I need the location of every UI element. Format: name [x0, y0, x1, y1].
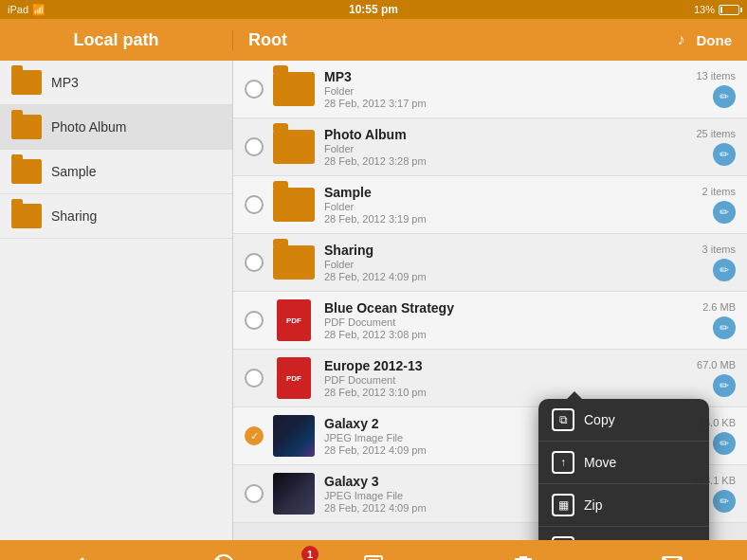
radio-galaxy2[interactable] — [245, 426, 264, 445]
radio-europe[interactable] — [245, 369, 264, 388]
file-name: Europe 2012-13 — [324, 358, 689, 373]
file-right: 67.0 MB ✏ — [697, 359, 736, 397]
status-right: 13% — [694, 4, 739, 15]
file-meta2: 28 Feb, 2012 3:10 pm — [324, 387, 689, 398]
sidebar-item-sharing[interactable]: Sharing — [0, 194, 232, 239]
context-open-in[interactable]: ↗ Open in — [538, 527, 709, 540]
file-name: Photo Album — [324, 127, 688, 142]
toolbar-sync-button[interactable] — [343, 546, 404, 561]
root-title: Root — [248, 30, 287, 50]
sidebar-item-photo-album[interactable]: Photo Album — [0, 105, 232, 150]
main-layout: MP3 Photo Album Sample Sharing MP3 Folde… — [0, 61, 747, 540]
sidebar-label: Photo Album — [51, 119, 126, 135]
file-info: Photo Album Folder 28 Feb, 2012 3:28 pm — [324, 127, 688, 167]
image-thumbnail-galaxy3 — [273, 473, 315, 515]
file-name: MP3 — [324, 69, 688, 84]
pdf-icon: PDF — [277, 357, 311, 399]
header-right-panel: Root ♪ Done — [233, 30, 747, 50]
file-info: Sharing Folder 28 Feb, 2012 4:09 pm — [324, 243, 695, 282]
folder-icon — [11, 204, 42, 228]
status-left: iPad 📶 — [8, 4, 46, 16]
sidebar-item-sample[interactable]: Sample — [0, 150, 232, 194]
context-zip[interactable]: ▦ Zip — [538, 484, 709, 527]
toolbar-stop-button[interactable] — [193, 546, 254, 561]
image-thumbnail-galaxy2 — [273, 415, 315, 457]
folder-icon-large — [273, 72, 315, 106]
edit-button[interactable]: ✏ — [713, 85, 736, 108]
pdf-icon: PDF — [277, 299, 311, 341]
carrier-label: iPad — [8, 4, 28, 15]
file-item-sharing[interactable]: Sharing Folder 28 Feb, 2012 4:09 pm 3 it… — [233, 234, 747, 292]
toolbar-mail-button[interactable] — [642, 546, 702, 561]
zip-icon: ▦ — [552, 494, 574, 516]
edit-button[interactable]: ✏ — [713, 374, 736, 397]
file-meta2: 28 Feb, 2012 3:08 pm — [324, 329, 695, 340]
file-icon-container: PDF — [273, 299, 315, 341]
toolbar-check-button[interactable] — [45, 546, 105, 561]
edit-button[interactable]: ✏ — [713, 432, 736, 455]
battery-fill — [720, 7, 722, 13]
status-time: 10:55 pm — [349, 3, 398, 16]
open-in-icon: ↗ — [552, 536, 574, 540]
folder-icon-large — [273, 245, 315, 280]
file-meta1: Folder — [324, 201, 695, 212]
context-copy[interactable]: ⧉ Copy — [538, 399, 709, 442]
edit-button[interactable]: ✏ — [713, 259, 736, 281]
file-item-galaxy2[interactable]: Galaxy 2 JPEG Image File 28 Feb, 2012 4:… — [233, 407, 747, 465]
file-icon-container: PDF — [273, 357, 315, 399]
toolbar-badge: 1 — [301, 546, 319, 560]
radio-photo-album[interactable] — [245, 137, 264, 156]
context-move[interactable]: ↑ Move — [538, 442, 709, 484]
sidebar-label: Sample — [51, 164, 96, 179]
sync-icon — [362, 553, 385, 561]
move-icon: ↑ — [552, 451, 574, 474]
file-icon-container — [273, 473, 315, 515]
file-right: 3 items ✏ — [702, 244, 736, 281]
file-name: Blue Ocean Strategy — [324, 300, 695, 316]
radio-blue-ocean[interactable] — [245, 311, 264, 330]
edit-button[interactable]: ✏ — [713, 201, 736, 224]
radio-sample[interactable] — [245, 195, 264, 214]
file-right: 2.6 MB ✏ — [702, 301, 736, 339]
edit-button[interactable]: ✏ — [713, 316, 736, 339]
radio-mp3[interactable] — [245, 80, 264, 99]
header-left-panel: Local path — [0, 30, 233, 50]
radio-galaxy3[interactable] — [245, 484, 264, 503]
toolbar: 1 — [0, 540, 747, 560]
file-item-sample[interactable]: Sample Folder 28 Feb, 2012 3:19 pm 2 ite… — [233, 176, 747, 234]
stop-icon — [212, 553, 235, 561]
file-size: 3 items — [702, 244, 736, 255]
done-button[interactable]: Done — [697, 32, 733, 48]
file-meta2: 28 Feb, 2012 3:28 pm — [324, 155, 688, 167]
file-item-mp3[interactable]: MP3 Folder 28 Feb, 2012 3:17 pm 13 items… — [233, 61, 747, 118]
file-size: 67.0 MB — [697, 359, 736, 370]
file-item-blue-ocean[interactable]: PDF Blue Ocean Strategy PDF Document 28 … — [233, 292, 747, 350]
file-meta2: 28 Feb, 2012 3:17 pm — [324, 98, 688, 109]
file-meta1: Folder — [324, 143, 688, 154]
context-copy-label: Copy — [584, 412, 615, 427]
header: Local path Root ♪ Done — [0, 19, 747, 61]
file-meta1: PDF Document — [324, 374, 689, 386]
context-zip-label: Zip — [584, 497, 602, 513]
folder-icon — [11, 159, 42, 184]
music-icon[interactable]: ♪ — [678, 31, 685, 48]
file-size: 2.6 MB — [702, 301, 736, 313]
edit-button[interactable]: ✏ — [713, 143, 736, 166]
file-meta2: 28 Feb, 2012 3:19 pm — [324, 213, 695, 225]
radio-sharing[interactable] — [245, 253, 264, 272]
sidebar-label: MP3 — [51, 75, 79, 90]
file-icon-container — [273, 415, 315, 457]
file-right: 25 items ✏ — [696, 128, 736, 166]
toolbar-delete-button[interactable] — [493, 546, 554, 561]
folder-icon — [11, 115, 42, 139]
folder-icon-large — [273, 188, 315, 222]
edit-button[interactable]: ✏ — [713, 490, 736, 513]
context-menu: ⧉ Copy ↑ Move ▦ Zip ↗ Open in ⬓ Save t — [538, 399, 709, 540]
battery-percent: 13% — [694, 4, 715, 15]
file-right: 13 items ✏ — [696, 70, 736, 108]
file-list: MP3 Folder 28 Feb, 2012 3:17 pm 13 items… — [233, 61, 747, 540]
file-item-photo-album[interactable]: Photo Album Folder 28 Feb, 2012 3:28 pm … — [233, 118, 747, 176]
file-meta1: Folder — [324, 259, 695, 270]
sidebar-item-mp3[interactable]: MP3 — [0, 61, 232, 105]
file-info: Sample Folder 28 Feb, 2012 3:19 pm — [324, 185, 695, 225]
